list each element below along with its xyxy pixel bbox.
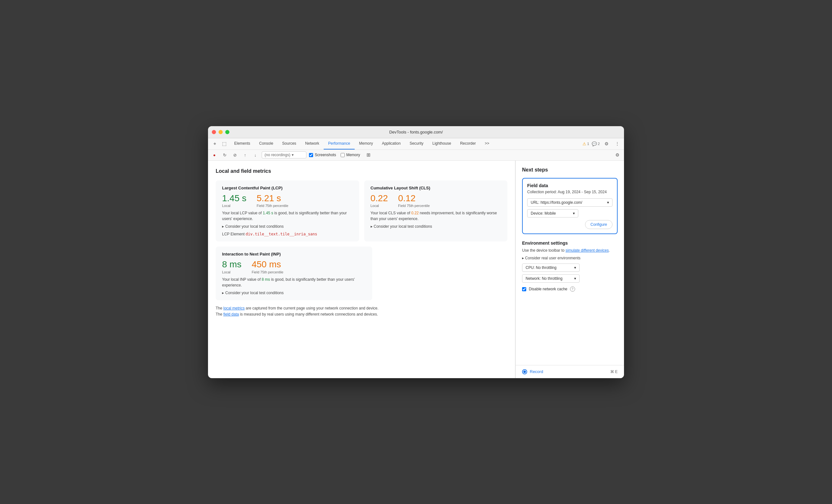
nav-toolbar: ⌖ ⬚ Elements Console Sources Network Per…: [208, 138, 624, 150]
inp-desc-value: 8 ms: [262, 277, 270, 282]
main-panel: Local and field metrics Largest Contentf…: [208, 161, 515, 378]
section-title: Local and field metrics: [216, 168, 508, 174]
info-badge[interactable]: 💬 2: [592, 141, 600, 146]
device-dropdown[interactable]: Device: Mobile ▾: [527, 209, 578, 217]
url-dropdown[interactable]: URL: https://fonts.google.com/ ▾: [527, 198, 613, 207]
cls-expand[interactable]: ▸ Consider your local test conditions: [371, 224, 501, 229]
capture-icon[interactable]: ⊞: [365, 151, 372, 159]
configure-button[interactable]: Configure: [585, 220, 613, 229]
settings-icon[interactable]: ⚙: [602, 139, 610, 148]
tab-recorder[interactable]: Recorder: [456, 138, 480, 150]
local-metrics-link[interactable]: local metrics: [223, 306, 245, 311]
lcp-expand-label: Consider your local test conditions: [225, 224, 284, 229]
tab-application[interactable]: Application: [378, 138, 405, 150]
next-steps-title: Next steps: [522, 167, 618, 173]
minimize-button[interactable]: [218, 130, 223, 134]
lcp-local-value: 1.45 s: [222, 193, 246, 204]
record-dot: [523, 371, 526, 373]
cls-local-group: 0.22 Local: [371, 193, 388, 208]
devtools-window: DevTools - fonts.google.com/ ⌖ ⬚ Element…: [208, 126, 624, 378]
nav-tabs: Elements Console Sources Network Perform…: [230, 138, 494, 150]
maximize-button[interactable]: [225, 130, 229, 134]
cpu-dropdown[interactable]: CPU: No throttling ▾: [522, 264, 579, 272]
tab-elements[interactable]: Elements: [230, 138, 255, 150]
toolbar-icons: ⌖ ⬚: [211, 139, 229, 148]
checkbox-group: Screenshots Memory ⊞: [309, 151, 372, 159]
cls-expand-label: Consider your local test conditions: [374, 224, 432, 229]
inp-title: Interaction to Next Paint (INP): [222, 252, 366, 257]
tab-console[interactable]: Console: [255, 138, 278, 150]
tab-more[interactable]: >>: [480, 138, 494, 150]
subtoolbar: ● ↻ ⊘ ↑ ↓ (no recordings) ▾ Screenshots …: [208, 150, 624, 161]
inspector-icon[interactable]: ⬚: [220, 139, 229, 148]
main-content-row: Local and field metrics Largest Contentf…: [208, 161, 624, 378]
cls-field-label: Field 75th percentile: [398, 204, 430, 208]
warning-badge[interactable]: ⚠ 1: [582, 141, 589, 146]
inp-description: Your local INP value of 8 ms is good, bu…: [222, 276, 366, 288]
env-title: Environment settings: [522, 240, 618, 246]
device-label: Device: Mobile: [531, 211, 556, 216]
refresh-icon[interactable]: ↻: [221, 151, 229, 159]
cursor-icon[interactable]: ⌖: [211, 139, 219, 148]
device-chevron-icon: ▾: [573, 211, 575, 216]
field-data-period: Collection period: Aug 19, 2024 - Sep 15…: [527, 189, 613, 195]
info-count: 2: [598, 142, 600, 145]
configure-row: Configure: [527, 220, 613, 229]
chat-icon: 💬: [592, 141, 597, 146]
recording-dropdown[interactable]: (no recordings) ▾: [262, 151, 306, 158]
download-icon[interactable]: ↓: [252, 151, 259, 159]
device-select-row: Device: Mobile ▾: [527, 209, 613, 217]
cls-field-value: 0.12: [398, 193, 430, 204]
cls-local-label: Local: [371, 204, 388, 208]
titlebar: DevTools - fonts.google.com/: [208, 126, 624, 138]
network-dropdown[interactable]: Network: No throttling ▾: [522, 274, 579, 283]
tab-memory[interactable]: Memory: [355, 138, 378, 150]
close-button[interactable]: [212, 130, 216, 134]
memory-checkbox-item[interactable]: Memory: [341, 153, 360, 157]
subtoolbar-right-settings: ⚙: [613, 151, 621, 159]
lcp-desc-value: 1.45 s: [263, 211, 273, 215]
inp-expand[interactable]: ▸ Consider your local test conditions: [222, 291, 366, 295]
lcp-desc-part1: Your local LCP value of: [222, 211, 263, 215]
inp-local-label: Local: [222, 270, 241, 274]
cls-title: Cumulative Layout Shift (CLS): [371, 186, 501, 190]
disable-cache-row: Disable network cache ?: [522, 287, 618, 292]
cls-card: Cumulative Layout Shift (CLS) 0.22 Local…: [364, 181, 508, 242]
upload-icon[interactable]: ↑: [241, 151, 249, 159]
field-data-link[interactable]: field data: [223, 312, 239, 317]
inp-expand-triangle-icon: ▸: [222, 291, 224, 295]
footer-text4: is measured by real users using many dif…: [239, 312, 378, 317]
url-label: URL: https://fonts.google.com/: [531, 200, 582, 205]
more-icon[interactable]: ⋮: [613, 139, 621, 148]
footer-line1: The local metrics are captured from the …: [216, 306, 508, 311]
tab-security[interactable]: Security: [405, 138, 428, 150]
record-start-icon[interactable]: ●: [211, 151, 218, 159]
tab-network[interactable]: Network: [301, 138, 324, 150]
footer-text1: The: [216, 306, 223, 311]
tab-performance[interactable]: Performance: [324, 138, 355, 150]
recording-placeholder: (no recordings): [264, 153, 290, 157]
field-data-card: Field data Collection period: Aug 19, 20…: [522, 178, 618, 234]
record-button[interactable]: Record: [522, 369, 543, 374]
toolbar-right: ⚠ 1 💬 2 ⚙ ⋮: [582, 139, 621, 148]
help-icon[interactable]: ?: [570, 287, 575, 292]
screenshots-checkbox[interactable]: [309, 153, 313, 157]
screenshots-checkbox-item[interactable]: Screenshots: [309, 153, 336, 157]
url-select-row: URL: https://fonts.google.com/ ▾: [527, 198, 613, 207]
cpu-chevron-icon: ▾: [574, 265, 576, 270]
env-expand[interactable]: ▸ Consider real user environments: [522, 256, 618, 260]
inp-values: 8 ms Local 450 ms Field 75th percentile: [222, 260, 366, 274]
env-dropdowns: CPU: No throttling ▾ Network: No throttl…: [522, 264, 618, 283]
subtoolbar-settings-icon[interactable]: ⚙: [613, 151, 621, 159]
memory-checkbox[interactable]: [341, 153, 345, 157]
lcp-expand[interactable]: ▸ Consider your local test conditions: [222, 224, 353, 229]
expand-triangle-icon: ▸: [222, 224, 224, 229]
lcp-element-label: LCP Element: [222, 232, 244, 236]
right-panel: Next steps Field data Collection period:…: [516, 161, 624, 365]
tab-sources[interactable]: Sources: [278, 138, 301, 150]
inp-field-label: Field 75th percentile: [252, 270, 283, 274]
tab-lighthouse[interactable]: Lighthouse: [428, 138, 456, 150]
simulate-devices-link[interactable]: simulate different devices: [566, 248, 609, 253]
disable-cache-checkbox[interactable]: [522, 287, 526, 291]
clear-icon[interactable]: ⊘: [231, 151, 239, 159]
